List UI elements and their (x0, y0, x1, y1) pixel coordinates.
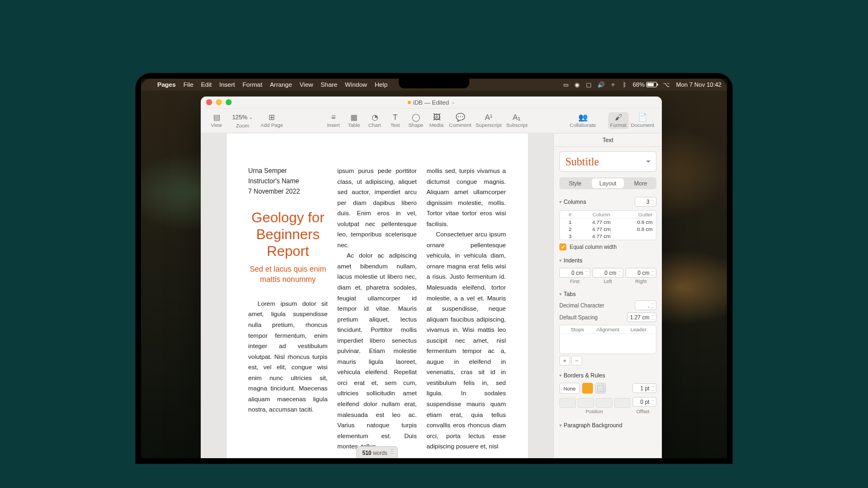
battery-icon (646, 82, 657, 87)
indent-left-stepper[interactable]: 0 cm (592, 268, 623, 278)
border-position-bottom[interactable] (596, 398, 612, 408)
paragraph-style-dropdown[interactable]: Subtitle (559, 151, 656, 172)
add-tab-button[interactable]: + (559, 356, 570, 365)
columns-count-stepper[interactable]: 3 (635, 197, 656, 207)
inspector-segmented: Style Layout More (559, 177, 656, 189)
border-offset-stepper[interactable]: 0 pt (633, 397, 656, 407)
screen: Pages File Edit Insert Format Arrange Vi… (141, 79, 727, 458)
app-menu[interactable]: Pages (157, 81, 176, 88)
menu-file[interactable]: File (183, 81, 194, 88)
bluetooth-icon[interactable]: ᛒ (623, 81, 627, 88)
close-button[interactable] (206, 99, 212, 105)
table-button[interactable]: ▦Table (344, 112, 365, 129)
menu-help[interactable]: Help (375, 81, 388, 88)
traffic-lights (206, 99, 232, 105)
fullscreen-button[interactable] (226, 99, 232, 105)
minimize-button[interactable] (216, 99, 222, 105)
wifi-icon[interactable]: ᯤ (611, 81, 617, 88)
remove-tab-button[interactable]: − (571, 356, 582, 365)
document-button[interactable]: 📄Document (629, 112, 656, 129)
menu-insert[interactable]: Insert (219, 81, 235, 88)
battery-status[interactable]: 68% (633, 81, 657, 88)
comment-button[interactable]: 💬Comment (447, 112, 474, 129)
titlebar: iDB — Edited ⌄ (201, 97, 662, 108)
insert-icon: ≡ (331, 113, 335, 121)
zoom-label: Zoom (236, 123, 249, 129)
equal-column-width-checkbox[interactable]: ✓ Equal column width (559, 243, 656, 251)
menu-arrange[interactable]: Arrange (270, 81, 292, 88)
menu-window[interactable]: Window (345, 81, 367, 88)
border-position-top[interactable] (559, 398, 576, 408)
subscript-button[interactable]: A₁Subscript (504, 112, 530, 129)
word-count-pill[interactable]: 510 words (356, 446, 398, 458)
table-icon: ▦ (350, 113, 358, 121)
document-canvas[interactable]: Urna Semper Instructor's Name 7 November… (201, 133, 553, 458)
seg-layout[interactable]: Layout (592, 178, 623, 188)
column-2: ipsum purus pede porttitor class, ut adi… (337, 166, 417, 454)
columns-label: Columns (564, 198, 586, 205)
table-row: 14.77 cm0.8 cm (560, 219, 656, 226)
table-row: 34.77 cm (560, 233, 656, 240)
zoom-button[interactable]: 125%⌄ Zoom (227, 112, 258, 130)
insert-button[interactable]: ≡Insert (323, 112, 344, 129)
menu-format[interactable]: Format (242, 81, 262, 88)
clock[interactable]: Mon 7 Nov 10:42 (676, 81, 722, 88)
inspector-tab-text[interactable]: Text (554, 133, 662, 147)
now-playing-icon[interactable]: ◉ (575, 81, 580, 88)
chevron-down-icon: ⌄ (249, 115, 253, 120)
view-icon: ▤ (213, 113, 220, 121)
document-icon: 📄 (638, 113, 647, 121)
pages-window: iDB — Edited ⌄ ▤ View 125%⌄ Zoom ⊞ Add P… (201, 97, 662, 458)
seg-more[interactable]: More (625, 177, 656, 189)
border-width-stepper[interactable]: 1 pt (633, 383, 656, 393)
indents-section: Indents 0 cmFirst 0 cmLeft 0 cmRight (559, 255, 656, 284)
indent-first-stepper[interactable]: 0 cm (559, 268, 590, 278)
menu-edit[interactable]: Edit (201, 81, 212, 88)
window-title-text: iDB — Edited (413, 99, 449, 106)
battery-percent: 68% (633, 81, 644, 88)
screen-mirror-icon[interactable]: ▭ (563, 81, 569, 88)
page[interactable]: Urna Semper Instructor's Name 7 November… (227, 133, 528, 458)
menu-share[interactable]: Share (321, 81, 337, 88)
indent-right-stepper[interactable]: 0 cm (626, 268, 656, 278)
border-color-swatch[interactable] (582, 383, 593, 394)
zoom-value: 125% (232, 114, 247, 120)
body-text: Lorem ipsum dolor sit amet, ligula suspe… (248, 299, 328, 415)
media-icon: 🖼 (433, 113, 441, 121)
document-title: Geology for Beginners Report (248, 209, 328, 260)
menu-view[interactable]: View (299, 81, 313, 88)
paragraph-background-section[interactable]: Paragraph Background (559, 420, 656, 431)
collaborate-icon: 👥 (578, 113, 588, 121)
border-position-middle[interactable] (578, 398, 595, 408)
control-center-icon[interactable]: ⌥ (663, 81, 670, 88)
format-icon: 🖌 (615, 113, 622, 121)
chart-button[interactable]: ◔Chart (365, 112, 385, 129)
window-title[interactable]: iDB — Edited ⌄ (407, 99, 455, 106)
display-icon[interactable]: ▢ (586, 81, 591, 88)
comment-icon: 💬 (456, 113, 465, 121)
border-style-dropdown[interactable]: None (559, 383, 580, 394)
border-color-picker[interactable] (595, 383, 606, 394)
add-page-icon: ⊞ (269, 113, 275, 121)
chart-icon: ◔ (372, 113, 378, 121)
view-label: View (211, 122, 222, 128)
collaborate-button[interactable]: 👥Collaborate (567, 112, 598, 129)
superscript-button[interactable]: A¹Superscript (474, 112, 504, 129)
media-button[interactable]: 🖼Media (426, 112, 447, 129)
superscript-icon: A¹ (485, 113, 493, 121)
column-1: Urna Semper Instructor's Name 7 November… (248, 166, 328, 454)
shape-icon: ◯ (412, 113, 420, 121)
shape-button[interactable]: ◯Shape (406, 112, 426, 129)
format-button[interactable]: 🖌Format (608, 112, 629, 129)
table-row: 24.77 cm0.8 cm (560, 226, 656, 233)
text-button[interactable]: TText (385, 112, 406, 129)
decimal-char-field[interactable]: . (635, 300, 656, 310)
add-page-button[interactable]: ⊞ Add Page (258, 112, 285, 129)
volume-icon[interactable]: 🔊 (597, 81, 605, 88)
view-button[interactable]: ▤ View (206, 112, 227, 129)
default-spacing-stepper[interactable]: 1.27 cm (627, 312, 656, 322)
document-subtitle: Sed et lacus quis enim mattis nonummy (248, 264, 328, 285)
checkbox-checked-icon: ✓ (559, 243, 566, 251)
border-position-outside[interactable] (614, 398, 631, 408)
seg-style[interactable]: Style (559, 177, 591, 189)
